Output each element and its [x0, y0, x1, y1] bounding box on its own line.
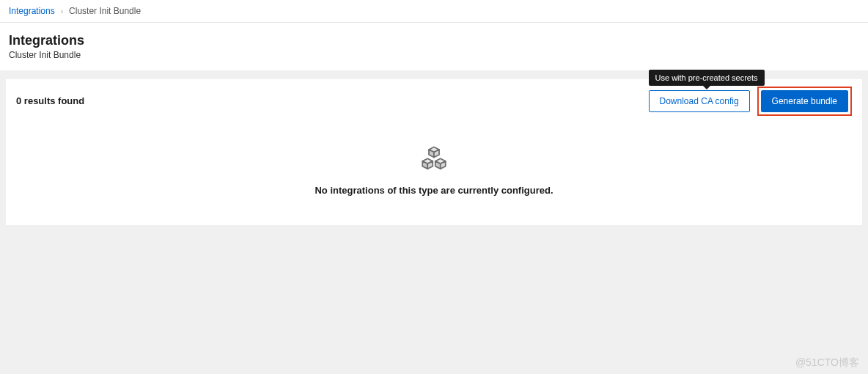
- page-subtitle: Cluster Init Bundle: [9, 50, 859, 60]
- toolbar: 0 results found Use with pre-created sec…: [6, 79, 862, 123]
- highlight-annotation: Generate bundle: [757, 87, 852, 116]
- tooltip-precreated-secrets: Use with pre-created secrets: [649, 70, 765, 86]
- breadcrumb: Integrations › Cluster Init Bundle: [0, 0, 868, 23]
- page-title: Integrations: [9, 33, 859, 49]
- empty-state-message: No integrations of this type are current…: [6, 185, 862, 196]
- results-count: 0 results found: [16, 95, 84, 106]
- page-header: Integrations Cluster Init Bundle: [0, 23, 868, 70]
- breadcrumb-link-integrations[interactable]: Integrations: [9, 6, 55, 16]
- toolbar-actions: Use with pre-created secrets Download CA…: [649, 87, 852, 116]
- cubes-icon: [419, 145, 449, 177]
- content-panel: 0 results found Use with pre-created sec…: [6, 79, 862, 225]
- generate-bundle-button[interactable]: Generate bundle: [761, 90, 848, 112]
- breadcrumb-current: Cluster Init Bundle: [69, 6, 141, 16]
- empty-state: No integrations of this type are current…: [6, 123, 862, 225]
- download-ca-config-button[interactable]: Download CA config: [649, 90, 750, 112]
- breadcrumb-separator: ›: [61, 7, 63, 15]
- watermark: @51CTO博客: [795, 356, 859, 370]
